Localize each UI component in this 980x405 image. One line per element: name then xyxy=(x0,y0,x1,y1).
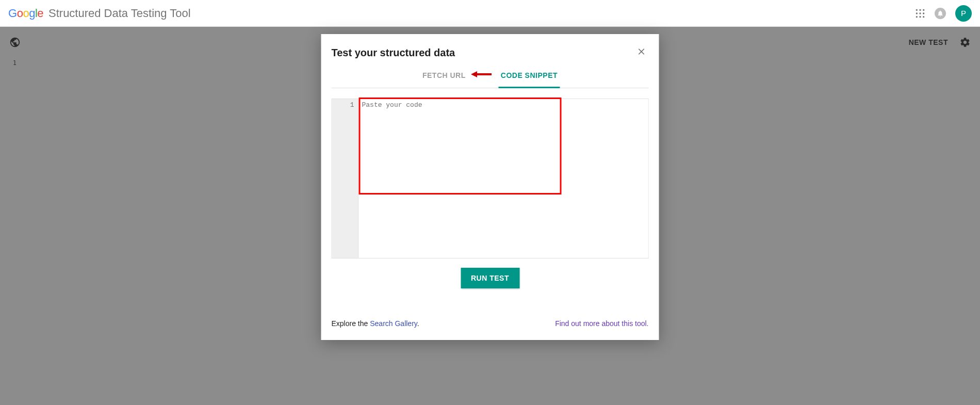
background-line-number: 1 xyxy=(0,59,22,67)
new-test-button[interactable]: NEW TEST xyxy=(909,38,948,46)
code-gutter: 1 xyxy=(332,99,359,258)
google-logo: Google xyxy=(8,7,43,20)
code-editor: 1 xyxy=(332,99,649,258)
footer-find-out: Find out more about this tool. xyxy=(555,319,648,328)
tab-fetch-url[interactable]: FETCH URL xyxy=(420,64,468,88)
avatar[interactable]: P xyxy=(955,5,972,22)
svg-point-0 xyxy=(916,9,918,10)
app-title: Structured Data Testing Tool xyxy=(48,7,191,20)
apps-icon[interactable] xyxy=(915,8,925,19)
svg-point-5 xyxy=(923,12,924,14)
svg-point-6 xyxy=(916,16,918,18)
svg-point-3 xyxy=(916,12,918,14)
toolbar-right: NEW TEST xyxy=(909,37,971,48)
code-editor-container: 1 xyxy=(332,99,649,258)
close-icon[interactable] xyxy=(636,46,649,59)
svg-point-2 xyxy=(923,9,924,10)
svg-point-8 xyxy=(923,16,924,18)
dialog-title: Test your structured data xyxy=(332,47,455,59)
search-gallery-link[interactable]: Search Gallery xyxy=(370,319,417,328)
gear-icon[interactable] xyxy=(959,37,971,48)
run-test-button[interactable]: RUN TEST xyxy=(461,268,519,288)
tab-code-snippet[interactable]: CODE SNIPPET xyxy=(499,64,560,88)
footer-explore-prefix: Explore the xyxy=(332,319,370,328)
find-out-more-link[interactable]: Find out more about this tool. xyxy=(555,319,648,328)
svg-point-4 xyxy=(919,12,921,14)
dialog-header: Test your structured data xyxy=(332,43,649,64)
dialog-footer: Explore the Search Gallery. Find out mor… xyxy=(332,319,649,328)
svg-point-7 xyxy=(919,16,921,18)
code-line-number: 1 xyxy=(332,101,358,109)
top-header: Google Structured Data Testing Tool P xyxy=(0,0,980,27)
svg-point-1 xyxy=(919,9,921,10)
svg-marker-10 xyxy=(471,71,477,77)
annotation-arrow-icon xyxy=(471,70,492,81)
background-editor-gutter: 1 xyxy=(0,58,22,405)
header-right: P xyxy=(915,5,972,22)
footer-explore: Explore the Search Gallery. xyxy=(332,319,419,328)
footer-explore-suffix: . xyxy=(417,319,419,328)
globe-icon[interactable] xyxy=(9,37,21,48)
code-input[interactable] xyxy=(359,99,648,258)
notifications-icon[interactable] xyxy=(935,8,946,19)
